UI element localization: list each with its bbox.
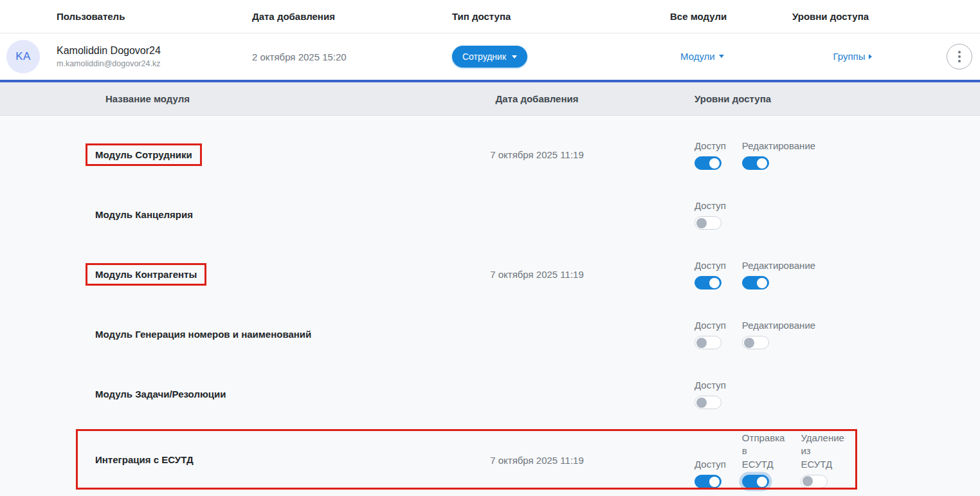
- toggle-knob: [709, 158, 720, 169]
- module-date-added: 7 октября 2025 11:19: [489, 149, 585, 160]
- toggle-knob: [744, 338, 754, 348]
- module-access-levels: Доступ: [685, 379, 980, 409]
- avatar: KA: [6, 40, 40, 73]
- module-name-cell: Модуль Генерация номеров и наименований: [95, 329, 489, 340]
- toggle-switch[interactable]: [742, 156, 769, 170]
- module-name: Модуль Сотрудники: [86, 143, 202, 166]
- header-access-levels: Уровни доступа: [792, 11, 913, 22]
- toggle-switch[interactable]: [694, 216, 721, 230]
- row-actions-menu-button[interactable]: [947, 44, 972, 69]
- module-date-added: 7 октября 2025 11:19: [489, 455, 585, 466]
- toggle-knob: [757, 278, 767, 288]
- user-access-page: Пользователь Дата добавления Тип доступа…: [0, 0, 980, 496]
- module-access-levels: ДоступРедактирование: [685, 319, 980, 349]
- modules-link-label: Модули: [680, 51, 715, 62]
- toggle-knob: [803, 476, 813, 486]
- modules-table-body: Модуль Сотрудники 7 октября 2025 11:19 Д…: [0, 116, 980, 496]
- toggle-knob: [696, 338, 707, 348]
- toggle-label: Доступ: [694, 319, 726, 332]
- toggle-knob: [757, 158, 767, 169]
- header-access-type: Тип доступа: [452, 11, 670, 22]
- access-toggle-group: Редактирование: [742, 319, 804, 349]
- module-row: Модуль Генерация номеров и наименований …: [0, 304, 980, 364]
- access-toggle-group: Доступ: [694, 140, 726, 170]
- toggle-knob: [709, 278, 720, 288]
- user-row: KA Kamoliddin Dogovor24 m.kamoliddin@dog…: [0, 33, 980, 80]
- toggle-knob: [709, 477, 720, 487]
- access-toggle-group: Редактирование: [742, 259, 804, 289]
- toggle-switch[interactable]: [694, 396, 721, 409]
- toggle-knob: [696, 218, 707, 228]
- module-row: Модуль Задачи/Резолюции Доступ: [0, 364, 980, 424]
- module-name-cell: Интеграция с ЕСУТД: [95, 454, 489, 466]
- module-name: Модуль Канцелярия: [86, 203, 203, 226]
- modules-dropdown-link[interactable]: Модули: [680, 51, 724, 62]
- toggle-label: Редактирование: [742, 319, 804, 332]
- toggle-knob: [696, 398, 707, 408]
- module-name: Интеграция с ЕСУТД: [86, 448, 203, 471]
- toggle-label: Доступ: [694, 379, 726, 392]
- toggle-label: Отправка в ЕСУТД: [742, 432, 785, 471]
- access-toggle-group: Редактирование: [742, 140, 804, 170]
- module-row: Модуль Канцелярия Доступ: [0, 185, 980, 244]
- header-date-added: Дата добавления: [252, 11, 452, 22]
- kebab-icon: [958, 51, 961, 53]
- toggle-label: Доступ: [694, 259, 726, 272]
- module-name-cell: Модуль Задачи/Резолюции: [95, 389, 489, 400]
- chevron-down-icon: [719, 55, 724, 58]
- header-module-date-added: Дата добавления: [489, 93, 585, 104]
- user-email: m.kamoliddin@dogovor24.kz: [57, 59, 252, 68]
- toggle-switch[interactable]: [694, 336, 721, 349]
- user-date-added: 2 октября 2025 15:20: [252, 51, 452, 62]
- header-user: Пользователь: [57, 11, 252, 22]
- toggle-label: Доступ: [694, 140, 726, 152]
- module-access-levels: ДоступРедактирование: [685, 259, 980, 289]
- kebab-icon: [958, 55, 961, 58]
- access-type-dropdown-button[interactable]: Сотрудник: [452, 46, 527, 68]
- module-access-levels: Доступ: [685, 199, 980, 230]
- toggle-switch[interactable]: [742, 475, 769, 488]
- toggle-switch[interactable]: [694, 276, 721, 289]
- module-name: Модуль Контрагенты: [86, 263, 206, 286]
- kebab-icon: [958, 60, 961, 62]
- toggle-switch[interactable]: [801, 475, 828, 488]
- module-name: Модуль Задачи/Резолюции: [86, 383, 235, 405]
- toggle-switch[interactable]: [742, 336, 769, 349]
- toggle-switch[interactable]: [694, 475, 721, 488]
- access-toggle-group: Доступ: [694, 259, 726, 289]
- toggle-label: Доступ: [694, 199, 726, 212]
- module-row: Интеграция с ЕСУТД 7 октября 2025 11:19 …: [0, 424, 980, 496]
- user-name: Kamoliddin Dogovor24: [57, 45, 252, 57]
- module-access-levels: ДоступРедактирование: [685, 140, 980, 170]
- toggle-label: Удаление из ЕСУТД: [801, 432, 844, 471]
- toggle-label: Редактирование: [742, 140, 804, 152]
- toggle-label: Редактирование: [742, 259, 804, 272]
- toggle-knob: [757, 477, 767, 487]
- header-module-name: Название модуля: [95, 93, 489, 104]
- header-all-modules: Все модули: [670, 11, 792, 22]
- modules-table-header: Название модуля Дата добавления Уровни д…: [0, 82, 980, 116]
- module-row: Модуль Контрагенты 7 октября 2025 11:19 …: [0, 244, 980, 304]
- chevron-right-icon: [869, 54, 872, 59]
- access-toggle-group: Отправка в ЕСУТД: [742, 432, 785, 488]
- module-name-cell: Модуль Сотрудники: [95, 149, 489, 161]
- user-identity: Kamoliddin Dogovor24 m.kamoliddin@dogovo…: [57, 45, 252, 68]
- module-name-cell: Модуль Контрагенты: [95, 269, 489, 280]
- access-toggle-group: Доступ: [694, 199, 726, 230]
- module-date-added: 7 октября 2025 11:19: [489, 269, 585, 280]
- toggle-switch[interactable]: [742, 276, 769, 289]
- header-module-access-levels: Уровни доступа: [685, 93, 980, 104]
- toggle-label: Доступ: [694, 458, 726, 471]
- access-toggle-group: Доступ: [694, 319, 726, 349]
- access-toggle-group: Доступ: [694, 379, 726, 409]
- access-toggle-group: Удаление из ЕСУТД: [801, 432, 844, 488]
- groups-expand-link[interactable]: Группы: [833, 51, 873, 62]
- groups-link-label: Группы: [833, 51, 866, 62]
- access-toggle-group: Доступ: [694, 458, 726, 488]
- module-name-cell: Модуль Канцелярия: [95, 209, 489, 221]
- module-name: Модуль Генерация номеров и наименований: [86, 323, 321, 345]
- chevron-down-icon: [512, 55, 517, 59]
- access-type-label: Сотрудник: [462, 51, 506, 62]
- user-table-header: Пользователь Дата добавления Тип доступа…: [0, 0, 980, 33]
- toggle-switch[interactable]: [694, 156, 721, 170]
